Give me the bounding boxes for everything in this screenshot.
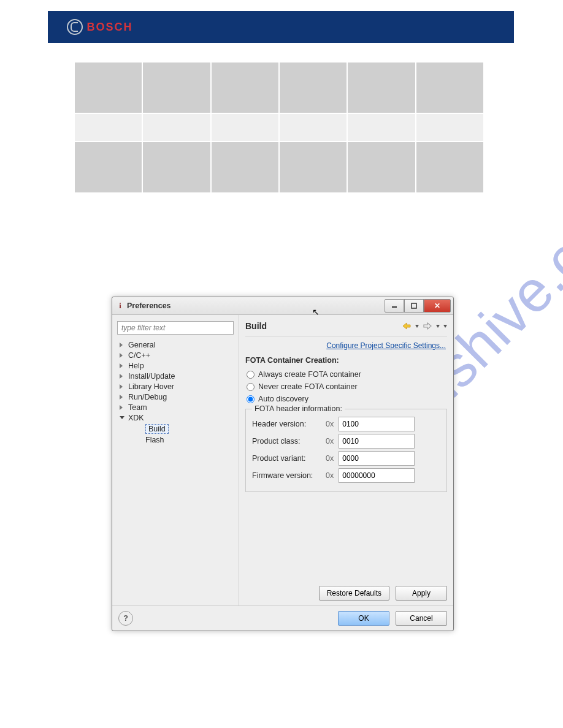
nav-icons bbox=[402, 322, 447, 330]
label-product-class: Product class: bbox=[252, 437, 321, 446]
window-buttons: ✕ bbox=[385, 299, 451, 313]
back-menu-caret-icon[interactable] bbox=[415, 325, 419, 328]
expand-icon bbox=[120, 405, 123, 410]
right-header: Build bbox=[245, 321, 447, 336]
nav-back-button[interactable] bbox=[402, 322, 412, 330]
dialog-title: Preferences bbox=[127, 301, 171, 310]
tree-item-install-update[interactable]: Install/Update bbox=[120, 371, 234, 381]
help-button[interactable]: ? bbox=[118, 611, 133, 626]
preferences-dialog: i Preferences ↖ ✕ General bbox=[112, 297, 454, 631]
tree-item-run-debug[interactable]: Run/Debug bbox=[120, 392, 234, 402]
input-firmware-version[interactable] bbox=[339, 468, 415, 483]
row-product-variant: Product variant: 0x bbox=[252, 451, 440, 466]
expand-icon bbox=[120, 363, 123, 368]
dialog-footer-buttons: OK Cancel bbox=[321, 611, 447, 626]
tree-item-library-hover[interactable]: Library Hover bbox=[120, 381, 234, 392]
bosch-logo: BOSCH bbox=[67, 19, 132, 35]
app-icon: i bbox=[116, 301, 124, 310]
prefix-hex: 0x bbox=[326, 471, 334, 480]
expand-icon bbox=[120, 343, 123, 347]
maximize-button[interactable] bbox=[404, 299, 424, 313]
minimize-button[interactable] bbox=[385, 299, 404, 313]
tree-xdk-children: Build Flash bbox=[128, 423, 234, 446]
cancel-button[interactable]: Cancel bbox=[396, 611, 447, 626]
brand-logo-cell: BOSCH bbox=[48, 11, 152, 43]
dialog-left-pane: General C/C++ Help Install/Update Librar… bbox=[112, 315, 239, 605]
restore-defaults-button[interactable]: Restore Defaults bbox=[319, 586, 389, 601]
tree-item-general[interactable]: General bbox=[120, 339, 234, 350]
close-icon: ✕ bbox=[434, 301, 440, 310]
close-button[interactable]: ✕ bbox=[424, 299, 451, 313]
radio-never-row[interactable]: Never create FOTA container bbox=[247, 382, 447, 391]
radio-always[interactable] bbox=[247, 371, 255, 379]
tree-item-c-cpp[interactable]: C/C++ bbox=[120, 350, 234, 360]
radio-auto-label: Auto discovery bbox=[258, 395, 308, 403]
expand-icon bbox=[120, 374, 123, 379]
label-firmware-version: Firmware version: bbox=[252, 471, 321, 480]
label-product-variant: Product variant: bbox=[252, 454, 321, 463]
radio-never-label: Never create FOTA container bbox=[258, 382, 358, 391]
preferences-tree: General C/C++ Help Install/Update Librar… bbox=[117, 339, 234, 446]
dialog-titlebar[interactable]: i Preferences ↖ ✕ bbox=[112, 297, 453, 315]
dialog-body: General C/C++ Help Install/Update Librar… bbox=[112, 315, 453, 605]
expand-icon bbox=[120, 353, 123, 358]
fota-group-title: FOTA Container Creation: bbox=[245, 356, 447, 365]
input-product-class[interactable] bbox=[339, 434, 415, 449]
radio-never[interactable] bbox=[247, 383, 255, 391]
collapse-icon bbox=[120, 416, 124, 419]
fota-legend: FOTA header information: bbox=[252, 404, 345, 413]
minimize-icon bbox=[391, 303, 397, 309]
label-header-version: Header version: bbox=[252, 420, 321, 428]
bosch-ring-icon bbox=[67, 19, 83, 35]
topbar: BOSCH bbox=[48, 11, 514, 43]
nav-forward-button[interactable] bbox=[423, 322, 432, 330]
tree-item-team[interactable]: Team bbox=[120, 402, 234, 412]
ok-button[interactable]: OK bbox=[338, 611, 389, 626]
filter-input[interactable] bbox=[117, 321, 234, 335]
radio-always-label: Always create FOTA container bbox=[258, 370, 361, 379]
forward-menu-caret-icon[interactable] bbox=[436, 325, 440, 328]
help-icon: ? bbox=[123, 614, 128, 623]
tree-item-help[interactable]: Help bbox=[120, 360, 234, 371]
tree-item-build[interactable]: Build bbox=[145, 423, 234, 435]
tree-item-xdk[interactable]: XDK Build Flash bbox=[120, 412, 234, 446]
input-header-version[interactable] bbox=[339, 417, 415, 431]
radio-always-row[interactable]: Always create FOTA container bbox=[247, 370, 447, 379]
topbar-right bbox=[391, 11, 514, 43]
prefix-hex: 0x bbox=[326, 437, 334, 446]
prefix-hex: 0x bbox=[326, 454, 334, 463]
radio-auto[interactable] bbox=[247, 395, 255, 403]
maximize-icon bbox=[411, 303, 417, 309]
row-product-class: Product class: 0x bbox=[252, 434, 440, 449]
radio-auto-row[interactable]: Auto discovery bbox=[247, 395, 447, 403]
expand-icon bbox=[120, 384, 123, 389]
dialog-footer: ? OK Cancel bbox=[112, 605, 453, 631]
input-product-variant[interactable] bbox=[339, 451, 415, 466]
page-title: Build bbox=[245, 321, 267, 331]
prefix-hex: 0x bbox=[326, 420, 334, 428]
apply-button[interactable]: Apply bbox=[396, 586, 447, 601]
row-firmware-version: Firmware version: 0x bbox=[252, 468, 440, 483]
fota-header-box: FOTA header information: Header version:… bbox=[245, 409, 447, 492]
row-header-version: Header version: 0x bbox=[252, 417, 440, 431]
configure-project-settings-link[interactable]: Configure Project Specific Settings... bbox=[326, 341, 446, 350]
svg-rect-1 bbox=[412, 303, 416, 308]
brand-name: BOSCH bbox=[86, 21, 132, 34]
tree-item-flash[interactable]: Flash bbox=[145, 435, 234, 446]
document-table bbox=[74, 61, 484, 194]
right-pane-buttons: Restore Defaults Apply bbox=[245, 581, 447, 601]
topbar-mid bbox=[152, 11, 391, 43]
view-menu-caret-icon[interactable] bbox=[443, 325, 447, 328]
dialog-right-pane: Build Configure Project Specific Settin bbox=[239, 315, 453, 605]
expand-icon bbox=[120, 395, 123, 400]
